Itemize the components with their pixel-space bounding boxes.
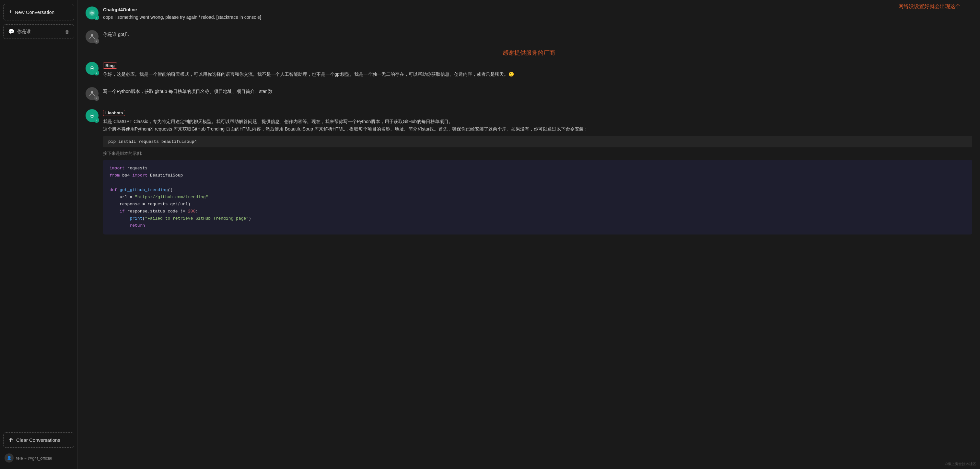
- avatar-gpt: ♪: [86, 6, 99, 19]
- avatar-user2: ♪: [86, 87, 99, 100]
- clear-conversations-button[interactable]: 🗑 Clear Conversations: [3, 432, 74, 448]
- avatar-badge-user: ♪: [94, 38, 99, 44]
- avatar-badge-bing: ♪: [94, 70, 99, 75]
- chat-icon: 💬: [8, 29, 14, 35]
- message-text-liaobots: 我是 ChatGPT Classic，专为特定用途定制的聊天模型。我可以帮助解答…: [103, 118, 972, 133]
- divider-text: 接下来是脚本的示例:: [103, 151, 972, 156]
- avatar-badge: ♪: [94, 15, 99, 20]
- message-text-user: 你是谁 gpt几: [103, 31, 972, 38]
- message-content-bing: Bing 你好，这是必应。我是一个智能的聊天模式，可以用你选择的语言和你交流。我…: [103, 62, 972, 78]
- message-text: oops！something went wrong, please try ag…: [103, 14, 972, 21]
- clear-conversations-label: Clear Conversations: [16, 437, 60, 443]
- message-content-user2: 写一个Python脚本，获取 github 每日榜单的项目名称、项目地址、项目简…: [103, 87, 972, 95]
- new-conversation-label: New Conversation: [15, 10, 55, 15]
- watermark: ©椒上魔全技术社区: [945, 461, 976, 466]
- user-avatar: 👤: [5, 453, 14, 463]
- sidebar-user: 👤 tele ~ @g4f_official: [3, 451, 74, 465]
- svg-point-0: [91, 12, 93, 14]
- message-sender-boxed-liaobots: Liaobots: [103, 110, 125, 116]
- svg-point-2: [91, 68, 93, 69]
- avatar-badge-user2: ♪: [94, 95, 99, 101]
- conversation-title: 你是谁: [17, 29, 31, 35]
- user-label: tele ~ @g4f_official: [16, 456, 52, 461]
- svg-point-4: [91, 115, 93, 116]
- message-text-user2: 写一个Python脚本，获取 github 每日榜单的项目名称、项目地址、项目简…: [103, 88, 972, 95]
- code-inline-pip: pip install requests beautifulsoup4: [103, 136, 972, 147]
- avatar-gpt-liaobots: ♪: [86, 109, 99, 122]
- conv-left: 💬 你是谁: [8, 29, 31, 35]
- message-row: ♪ 你是谁 gpt几: [86, 30, 972, 43]
- message-sender: Chatgpt4Online: [103, 7, 972, 12]
- message-row-bing: ♪ Bing 你好，这是必应。我是一个智能的聊天模式，可以用你选择的语言和你交流…: [86, 62, 972, 78]
- new-conversation-button[interactable]: + New Conversation: [3, 4, 74, 21]
- avatar-user: ♪: [86, 30, 99, 43]
- conversation-item[interactable]: 💬 你是谁 🗑: [3, 24, 74, 39]
- delete-conversation-icon[interactable]: 🗑: [65, 29, 69, 34]
- sidebar-spacer: [3, 41, 74, 432]
- message-text-bing: 你好，这是必应。我是一个智能的聊天模式，可以用你选择的语言和你交流。我不是一个人…: [103, 71, 972, 78]
- annotation-thanks: 感谢提供服务的厂商: [503, 49, 555, 56]
- svg-point-1: [91, 34, 93, 37]
- trash-icon: 🗑: [9, 437, 14, 443]
- message-content-user: 你是谁 gpt几: [103, 30, 972, 38]
- sidebar: + New Conversation 💬 你是谁 🗑 🗑 Clear Conve…: [0, 0, 78, 469]
- main-content: ♪ Chatgpt4Online oops！something went wro…: [78, 0, 980, 469]
- message-row-user2: ♪ 写一个Python脚本，获取 github 每日榜单的项目名称、项目地址、项…: [86, 87, 972, 100]
- message-row-liaobots: ♪ Liaobots 我是 ChatGPT Classic，专为特定用途定制的聊…: [86, 109, 972, 238]
- message-content: Chatgpt4Online oops！something went wrong…: [103, 6, 972, 21]
- message-row: ♪ Chatgpt4Online oops！something went wro…: [86, 6, 972, 21]
- avatar-badge-liaobots: ♪: [94, 118, 99, 123]
- message-content-liaobots: Liaobots 我是 ChatGPT Classic，专为特定用途定制的聊天模…: [103, 109, 972, 238]
- annotation-network: 网络没设置好就会出现这个: [898, 3, 961, 10]
- avatar-gpt-bing: ♪: [86, 62, 99, 75]
- plus-icon: +: [9, 9, 12, 16]
- message-sender-boxed-bing: Bing: [103, 62, 117, 69]
- code-block-python: import requests from bs4 import Beautifu…: [103, 160, 972, 234]
- svg-point-3: [91, 91, 93, 94]
